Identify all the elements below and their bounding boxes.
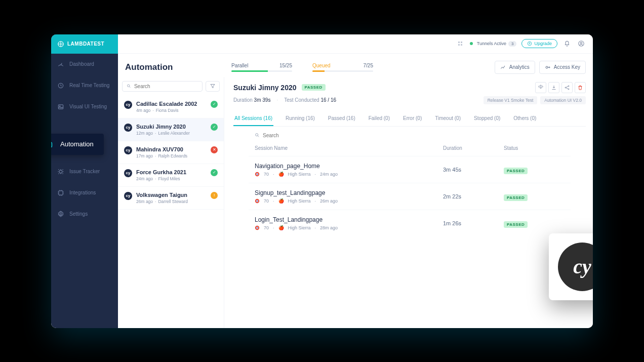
build-meta: 12m agoLeslie Alexander [136, 131, 207, 136]
build-name: Suzuki Jimny 2020 [136, 124, 207, 130]
brand[interactable]: LAMBDATEST [51, 34, 118, 54]
tab[interactable]: Error (0) [402, 111, 423, 126]
col-status: Status [504, 145, 565, 151]
sidebar-item-realtime[interactable]: Real Time Testing [51, 75, 118, 96]
build-meta: 4m agoFiona Davis [136, 108, 207, 113]
sidebar-item-integrations[interactable]: Integrations [51, 182, 118, 204]
tab[interactable]: Timeout (0) [434, 111, 462, 126]
user-icon[interactable] [577, 39, 586, 48]
tunnels-count: 3 [508, 41, 516, 47]
session-meta: 70· 🍎High Sierra· 28m ago [255, 225, 443, 230]
col-session-name: Session Name [255, 145, 443, 151]
tab[interactable]: Stopped (0) [473, 111, 501, 126]
tab[interactable]: Running (16) [285, 111, 316, 126]
session-status-badge: PASSED [504, 221, 528, 228]
page-title: Automation [125, 62, 231, 72]
cypress-logo-card: cy [549, 233, 593, 300]
session-row[interactable]: Navigation_page_Home 70· 🍎High Sierra· 2… [249, 156, 571, 183]
sidebar-item-automation[interactable]: Automation [51, 134, 104, 155]
svg-point-21 [568, 86, 569, 87]
cypress-badge-icon: cy [124, 101, 132, 109]
sidebar-item-dashboard[interactable]: Dashboard [51, 54, 118, 75]
builds-search-input[interactable] [134, 84, 198, 89]
download-icon[interactable] [548, 82, 559, 93]
cypress-badge-icon: cy [124, 146, 132, 154]
tunnels-label: Tunnels Active [477, 41, 506, 46]
build-title: Suzuki Jimny 2020 [233, 84, 297, 92]
sidebar-item-label: Visual UI Testing [69, 104, 107, 109]
svg-rect-10 [458, 42, 460, 43]
sidebar-item-visual[interactable]: Visual UI Testing [51, 96, 118, 117]
tag-chip[interactable]: Release V1 Smoke Test [484, 96, 538, 104]
bell-icon[interactable] [562, 39, 572, 48]
build-item[interactable]: cy Volkswagen Taigun 26m agoDarrell Stew… [118, 187, 224, 210]
robot-icon [51, 139, 54, 150]
search-icon [127, 84, 131, 89]
build-name: Mahindra XUV700 [136, 146, 207, 152]
upgrade-button[interactable]: Upgrade [521, 39, 557, 48]
sidebar-item-issues[interactable]: Issue Tracker [51, 161, 118, 182]
svg-point-26 [257, 173, 258, 175]
status-pass-icon: ✓ [211, 124, 218, 131]
build-item[interactable]: cy Suzuki Jimny 2020 12m agoLeslie Alexa… [118, 118, 224, 141]
sidebar-item-label: Automation [60, 140, 94, 148]
build-item[interactable]: cy Mahindra XUV700 17m agoRalph Edwards … [118, 141, 224, 164]
svg-point-18 [127, 85, 129, 87]
svg-rect-2 [58, 104, 63, 108]
sidebar-item-label: Issue Tracker [69, 169, 100, 174]
chrome-icon [255, 225, 260, 230]
builds-column: cy Cadillac Escalade 2002 4m agoFiona Da… [118, 77, 224, 328]
analytics-button[interactable]: Analytics [495, 61, 535, 74]
tunnels-status[interactable]: Tunnels Active 3 [470, 41, 517, 47]
main: Tunnels Active 3 Upgrade Automation Para… [118, 34, 593, 328]
svg-point-16 [580, 42, 582, 44]
build-name: Cadillac Escalade 2002 [136, 101, 207, 107]
apps-grid-icon[interactable] [456, 39, 465, 48]
share-icon[interactable] [561, 82, 573, 93]
sessions-table: Session Name Duration Status Navigation_… [233, 140, 586, 236]
session-meta: 70· 🍎High Sierra· 24m ago [255, 172, 443, 177]
chrome-icon [255, 172, 260, 177]
filter-button[interactable] [206, 81, 220, 92]
topbar: Tunnels Active 3 Upgrade [118, 34, 593, 54]
tab[interactable]: Passed (16) [327, 111, 356, 126]
bug-icon [57, 168, 64, 175]
session-search[interactable] [233, 127, 586, 140]
session-row[interactable]: Signup_test_Landingpage 70· 🍎High Sierra… [249, 183, 571, 210]
svg-point-6 [60, 213, 62, 215]
cypress-logo-icon: cy [558, 243, 593, 291]
build-item[interactable]: cy Force Gurkha 2021 24m agoFloyd Miles … [118, 164, 224, 187]
builds-search[interactable] [122, 81, 203, 92]
session-search-input[interactable] [263, 133, 327, 138]
session-row[interactable]: Login_Test_Landingpage 70· 🍎High Sierra·… [249, 210, 571, 236]
svg-point-32 [257, 227, 258, 228]
sidebar: LAMBDATEST Dashboard Real Time Testing V… [51, 34, 118, 328]
tag-chip[interactable]: Automation UI V2.0 [540, 96, 586, 104]
tab[interactable]: Failed (0) [368, 111, 391, 126]
svg-point-22 [568, 89, 569, 90]
delete-icon[interactable] [575, 82, 586, 93]
access-key-button[interactable]: Access Key [539, 61, 586, 74]
status-fail-icon: ✕ [211, 146, 218, 153]
apple-icon: 🍎 [278, 225, 284, 230]
tab[interactable]: Others (0) [512, 111, 537, 126]
build-meta: 24m agoFloyd Miles [136, 176, 207, 181]
chart-icon [500, 64, 506, 70]
clock-icon [57, 82, 64, 89]
session-status-badge: PASSED [504, 194, 528, 201]
session-duration: 1m 26s [443, 220, 504, 226]
session-name: Login_Test_Landingpage [255, 216, 443, 223]
build-item[interactable]: cy Cadillac Escalade 2002 4m agoFiona Da… [118, 96, 224, 118]
cypress-badge-icon: cy [124, 192, 132, 200]
status-pass-icon: ✓ [211, 169, 218, 176]
settings-icon[interactable] [535, 82, 546, 93]
session-tabs: All Sessions (16)Running (16)Passed (16)… [233, 111, 586, 127]
svg-rect-12 [458, 44, 460, 46]
tab[interactable]: All Sessions (16) [233, 111, 273, 126]
sidebar-item-settings[interactable]: Settings [51, 204, 118, 225]
key-icon [545, 64, 551, 70]
app-shell: LAMBDATEST Dashboard Real Time Testing V… [51, 34, 593, 328]
plug-icon [57, 189, 64, 196]
session-duration: 3m 45s [443, 167, 504, 173]
session-status-badge: PASSED [504, 168, 528, 174]
